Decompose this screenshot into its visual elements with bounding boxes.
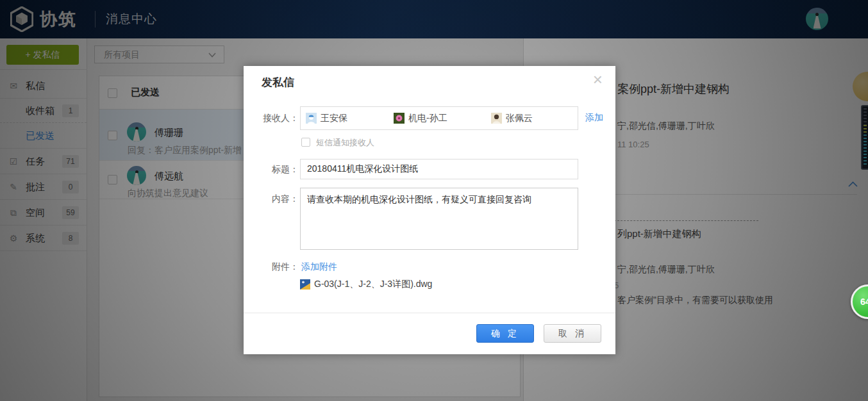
sms-notify-label: 短信通知接收人 bbox=[316, 137, 374, 149]
recipient-name: 王安保 bbox=[321, 113, 347, 124]
subject-label: 标题： bbox=[260, 164, 299, 176]
attachment-label: 附件： bbox=[260, 261, 299, 273]
content-textarea[interactable]: 请查收本期的机电深化设计图纸，有疑义可直接回复咨询 bbox=[300, 188, 578, 250]
subject-input[interactable] bbox=[300, 159, 578, 179]
recipient-name: 机电-孙工 bbox=[408, 113, 447, 124]
person-avatar-icon bbox=[491, 113, 502, 124]
recipient-chip[interactable]: 机电-孙工 bbox=[394, 113, 447, 124]
recipients-label: 接收人： bbox=[260, 113, 299, 124]
compose-message-modal: 发私信 × 接收人： 王安保 机电-孙工 bbox=[244, 66, 615, 354]
modal-footer: 确 定 取 消 bbox=[244, 313, 615, 354]
recipient-chip[interactable]: 张佩云 bbox=[491, 113, 533, 124]
modal-title: 发私信 bbox=[262, 75, 294, 90]
recipient-chip[interactable]: 王安保 bbox=[306, 113, 347, 124]
recipients-field[interactable]: 王安保 机电-孙工 张佩云 bbox=[300, 106, 578, 130]
app-root: 协筑 消息中心 + 发私信 ✉ 私信 收件箱 1 已发送 ☑ 任务 71 bbox=[0, 0, 868, 401]
worker-avatar-icon bbox=[306, 113, 317, 124]
attachment-item[interactable]: G-03(J-1、J-2、J-3详图).dwg bbox=[300, 279, 432, 290]
confirm-button[interactable]: 确 定 bbox=[476, 324, 534, 343]
sms-notify-checkbox[interactable] bbox=[301, 138, 310, 147]
dwg-file-icon bbox=[300, 279, 310, 290]
close-icon[interactable]: × bbox=[593, 71, 603, 88]
content-label: 内容： bbox=[260, 193, 299, 205]
recipient-name: 张佩云 bbox=[506, 113, 533, 124]
flower-avatar-icon bbox=[394, 113, 405, 124]
attachment-name: G-03(J-1、J-2、J-3详图).dwg bbox=[314, 279, 432, 290]
add-attachment-link[interactable]: 添加附件 bbox=[301, 261, 337, 273]
cancel-button[interactable]: 取 消 bbox=[544, 324, 601, 343]
add-recipient-link[interactable]: 添加 bbox=[585, 112, 603, 124]
